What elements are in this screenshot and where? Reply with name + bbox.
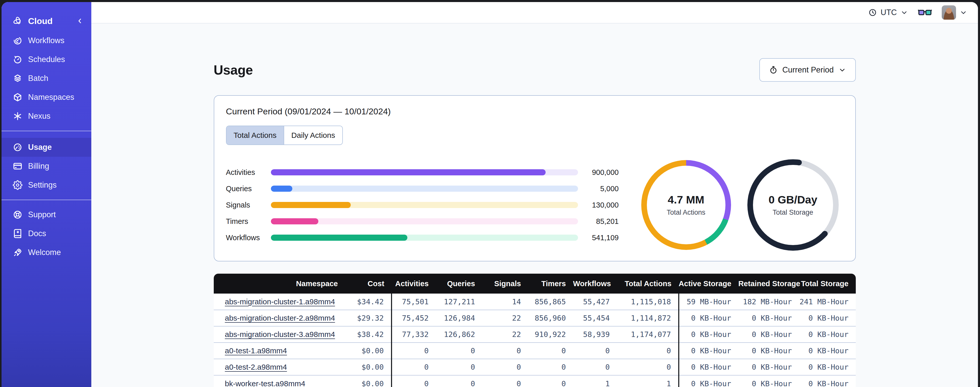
sidebar-item-workflows[interactable]: Workflows <box>2 31 91 50</box>
cell-queries: 0 <box>436 342 482 359</box>
sidebar-item-label: Billing <box>28 162 49 171</box>
cell-total-storage: 0 KB-Hour <box>799 310 856 326</box>
cell-workflows: 0 <box>573 342 617 359</box>
period-selector-label: Current Period <box>782 66 834 75</box>
cell-signals: 22 <box>482 310 528 326</box>
cell-total-storage: 241 MB-Hour <box>799 294 856 310</box>
cell-total-actions: 0 <box>617 359 679 375</box>
sidebar-item-label: Workflows <box>28 36 64 45</box>
chevron-down-icon <box>900 9 908 16</box>
table-row: bk-worker-test.a98mm4 $0.00 0 0 0 0 1 1 … <box>214 375 856 387</box>
avatar <box>942 5 956 20</box>
cell-queries: 0 <box>436 375 482 387</box>
sidebar-item-label: Settings <box>28 181 57 190</box>
cell-total-storage: 0 KB-Hour <box>799 342 856 359</box>
sidebar-brand: Cloud <box>2 11 91 31</box>
cell-cost: $0.00 <box>345 375 391 387</box>
cell-timers: 856,865 <box>528 294 573 310</box>
sidebar-item-batch[interactable]: Batch <box>2 69 91 88</box>
bar-fill <box>271 186 292 192</box>
cell-retained-storage: 0 KB-Hour <box>738 326 799 342</box>
cell-retained-storage: 182 MB-Hour <box>738 294 799 310</box>
cell-retained-storage: 0 KB-Hour <box>738 342 799 359</box>
table-header-row: NamespaceCostActivitiesQueriesSignalsTim… <box>214 273 856 294</box>
cell-queries: 0 <box>436 359 482 375</box>
nexus-icon <box>13 111 22 121</box>
namespace-link[interactable]: a0-test-2.a98mm4 <box>225 363 287 371</box>
sidebar-item-label: Usage <box>28 143 52 152</box>
cell-timers: 910,922 <box>528 326 573 342</box>
total-storage-donut: 0 GB/Day Total Storage <box>748 159 839 251</box>
namespace-link[interactable]: bk-worker-test.a98mm4 <box>225 379 305 387</box>
column-header: Activities <box>391 273 436 294</box>
bar-value: 130,000 <box>578 201 619 209</box>
cell-workflows: 1 <box>573 375 617 387</box>
namespace-link[interactable]: abs-migration-cluster-1.a98mm4 <box>225 297 335 306</box>
bar-label: Signals <box>226 201 271 209</box>
sidebar-item-label: Batch <box>28 74 48 83</box>
bar-label: Queries <box>226 185 271 193</box>
namespace-link[interactable]: abs-migration-cluster-3.a98mm4 <box>225 330 335 339</box>
column-header: Retained Storage <box>738 273 799 294</box>
cell-workflows: 58,939 <box>573 326 617 342</box>
sidebar-item-namespaces[interactable]: Namespaces <box>2 88 91 107</box>
timezone-selector[interactable]: UTC <box>868 8 908 17</box>
sidebar-item-nexus[interactable]: Nexus <box>2 107 91 126</box>
total-actions-donut: 4.7 MM Total Actions <box>641 160 731 250</box>
sidebar-item-billing[interactable]: Billing <box>2 157 91 176</box>
bar-track <box>271 186 578 192</box>
sidebar-divider <box>2 200 91 200</box>
sidebar-item-label: Welcome <box>28 248 61 257</box>
cell-queries: 126,984 <box>436 310 482 326</box>
app-window: Cloud Workflows <box>2 2 978 387</box>
sidebar-item-label: Support <box>28 210 56 219</box>
namespaces-icon <box>13 93 22 102</box>
glasses-icon[interactable] <box>918 7 932 18</box>
bar-fill <box>271 235 407 241</box>
bar-value: 85,201 <box>578 217 619 225</box>
tab-daily-actions[interactable]: Daily Actions <box>284 126 342 144</box>
tab-total-actions[interactable]: Total Actions <box>226 126 284 144</box>
donut-caption: Total Actions <box>667 209 706 216</box>
bar-track <box>271 169 578 175</box>
table-row: abs-migration-cluster-1.a98mm4 $34.42 75… <box>214 294 856 310</box>
sidebar-item-settings[interactable]: Settings <box>2 176 91 195</box>
card-title: Current Period (09/01/2024 — 10/01/2024) <box>226 106 843 117</box>
column-header: Total Storage <box>799 273 856 294</box>
namespace-link[interactable]: abs-migration-cluster-2.a98mm4 <box>225 314 335 322</box>
sidebar-item-schedules[interactable]: Schedules <box>2 50 91 69</box>
cell-total-actions: 0 <box>617 342 679 359</box>
column-header: Active Storage <box>679 273 738 294</box>
cell-total-actions: 1 <box>617 375 679 387</box>
workflows-icon <box>13 36 22 45</box>
cell-total-storage: 0 KB-Hour <box>799 375 856 387</box>
sidebar-divider <box>2 131 91 131</box>
bar-row: Queries 5,000 <box>226 186 619 192</box>
bar-value: 900,000 <box>578 168 619 177</box>
bar-value: 5,000 <box>578 185 619 193</box>
sidebar-item-label: Docs <box>28 229 46 238</box>
page-title: Usage <box>214 62 253 78</box>
donut-value: 4.7 MM <box>668 194 704 206</box>
bar-row: Workflows 541,109 <box>226 235 619 241</box>
cell-activities: 77,332 <box>391 326 436 342</box>
sidebar-item-usage[interactable]: Usage <box>2 138 91 157</box>
donut-caption: Total Storage <box>773 209 813 216</box>
sidebar-item-docs[interactable]: Docs <box>2 224 91 243</box>
cell-cost: $29.32 <box>345 310 391 326</box>
cell-retained-storage: 0 KB-Hour <box>738 375 799 387</box>
sidebar-item-support[interactable]: Support <box>2 205 91 224</box>
cell-activities: 0 <box>391 342 436 359</box>
bar-fill <box>271 218 318 224</box>
sidebar-collapse-icon[interactable] <box>76 17 84 25</box>
current-period-card: Current Period (09/01/2024 — 10/01/2024)… <box>214 95 856 261</box>
cell-cost: $0.00 <box>345 342 391 359</box>
column-header: Workflows <box>573 273 617 294</box>
sidebar-item-welcome[interactable]: Welcome <box>2 243 91 262</box>
period-selector-button[interactable]: Current Period <box>759 58 856 82</box>
cell-queries: 126,862 <box>436 326 482 342</box>
namespace-usage-table: NamespaceCostActivitiesQueriesSignalsTim… <box>214 273 856 387</box>
namespace-link[interactable]: a0-test-1.a98mm4 <box>225 346 287 355</box>
bar-row: Timers 85,201 <box>226 218 619 224</box>
account-menu[interactable] <box>942 5 967 20</box>
